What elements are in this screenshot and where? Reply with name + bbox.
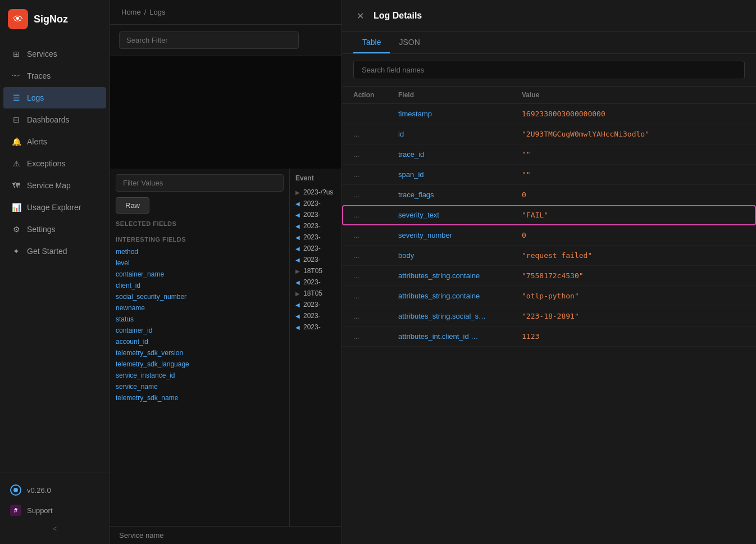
event-arrow-icon: ◀ bbox=[295, 313, 300, 319]
event-text: 2023- bbox=[303, 222, 321, 230]
tab-table[interactable]: Table bbox=[353, 32, 390, 53]
field-cell: trace_id bbox=[398, 150, 522, 158]
table-row[interactable]: ... attributes_int.client_id … 1123 bbox=[342, 327, 756, 347]
version-item[interactable]: v0.26.0 bbox=[4, 480, 105, 500]
field-cell: attributes_string.containe bbox=[398, 271, 522, 280]
logo-area[interactable]: 👁 SigNoz bbox=[0, 0, 110, 38]
field-container-id[interactable]: container_id bbox=[116, 325, 284, 336]
field-account-id[interactable]: account_id bbox=[116, 336, 284, 347]
field-telemetry-sdk-version[interactable]: telemetry_sdk_version bbox=[116, 347, 284, 359]
sidebar-item-usage-explorer[interactable]: 📊 Usage Explorer bbox=[3, 197, 106, 218]
sidebar-nav: ⊞ Services 〰 Traces ☰ Logs ⊟ Dashboards … bbox=[0, 38, 110, 473]
sidebar-item-traces[interactable]: 〰 Traces bbox=[3, 65, 106, 87]
field-search-input[interactable] bbox=[353, 61, 745, 79]
table-row[interactable]: ... id "2U93TMGCugW0mwlYAHccNi3odlo" bbox=[342, 124, 756, 144]
event-text: 2023-/?us bbox=[303, 188, 333, 196]
table-row[interactable]: ... span_id "" bbox=[342, 165, 756, 185]
grid-icon: ⊞ bbox=[11, 49, 21, 59]
field-cell: attributes_int.client_id … bbox=[398, 332, 522, 341]
event-text: 2023- bbox=[303, 256, 321, 264]
sidebar-item-service-map[interactable]: 🗺 Service Map bbox=[3, 175, 106, 196]
field-service-name[interactable]: service_name bbox=[116, 381, 284, 392]
panel-header: ✕ Log Details bbox=[342, 0, 756, 32]
value-cell: "7558172c4530" bbox=[522, 271, 745, 280]
table-row[interactable]: ... attributes_string.containe "otlp-pyt… bbox=[342, 286, 756, 306]
sidebar-item-label: Traces bbox=[27, 71, 51, 80]
search-filter-input[interactable] bbox=[119, 31, 299, 49]
event-text: 2023- bbox=[303, 278, 321, 286]
field-level[interactable]: level bbox=[116, 257, 284, 269]
field-telemetry-sdk-language[interactable]: telemetry_sdk_language bbox=[116, 359, 284, 370]
table-row[interactable]: ... attributes_string.containe "7558172c… bbox=[342, 266, 756, 286]
sidebar-item-label: Dashboards bbox=[27, 115, 70, 124]
tab-json[interactable]: JSON bbox=[390, 32, 429, 53]
close-button[interactable]: ✕ bbox=[353, 9, 367, 22]
breadcrumb-home[interactable]: Home bbox=[121, 8, 141, 16]
value-cell: "" bbox=[522, 150, 745, 158]
support-item[interactable]: # Support bbox=[4, 500, 105, 520]
table-row[interactable]: ... trace_flags 0 bbox=[342, 185, 756, 205]
table-row-highlighted[interactable]: ... severity_text "FAIL" bbox=[342, 205, 756, 225]
table-row[interactable]: ... trace_id "" bbox=[342, 144, 756, 165]
field-container-name[interactable]: container_name bbox=[116, 269, 284, 280]
col-action: Action bbox=[353, 91, 398, 99]
value-cell: "2U93TMGCugW0mwlYAHccNi3odlo" bbox=[522, 130, 745, 138]
settings-icon: ⚙ bbox=[11, 224, 21, 234]
event-arrow-icon: ◀ bbox=[295, 246, 300, 252]
field-status[interactable]: status bbox=[116, 314, 284, 325]
table-row[interactable]: ... severity_number 0 bbox=[342, 225, 756, 246]
alert-circle-icon: ⚠ bbox=[11, 158, 21, 169]
sidebar-item-alerts[interactable]: 🔔 Alerts bbox=[3, 131, 106, 152]
field-newname[interactable]: newname bbox=[116, 302, 284, 314]
action-cell: ... bbox=[353, 130, 398, 138]
field-client-id[interactable]: client_id bbox=[116, 280, 284, 291]
sidebar-item-dashboards[interactable]: ⊟ Dashboards bbox=[3, 109, 106, 130]
event-text: 18T05 bbox=[303, 289, 322, 297]
event-arrow-icon: ◀ bbox=[295, 212, 300, 218]
field-service-instance-id[interactable]: service_instance_id bbox=[116, 370, 284, 381]
interesting-fields-label: INTERESTING FIELDS bbox=[116, 236, 284, 243]
field-list: method level container_name client_id so… bbox=[116, 246, 284, 404]
field-cell: span_id bbox=[398, 170, 522, 179]
table-row[interactable]: ... attributes_string.social_s… "223-18-… bbox=[342, 306, 756, 327]
logo-text: SigNoz bbox=[34, 13, 68, 25]
table-row[interactable]: ... body "request failed" bbox=[342, 246, 756, 266]
col-field: Field bbox=[398, 91, 522, 99]
filter-values-input[interactable] bbox=[116, 174, 284, 192]
field-cell: attributes_string.social_s… bbox=[398, 312, 522, 320]
action-cell: ... bbox=[353, 271, 398, 280]
event-arrow-icon: ◀ bbox=[295, 279, 300, 285]
col-value: Value bbox=[522, 91, 745, 99]
layout-icon: ⊟ bbox=[11, 115, 21, 125]
sidebar-item-settings[interactable]: ⚙ Settings bbox=[3, 219, 106, 240]
value-cell: "223-18-2891" bbox=[522, 312, 745, 320]
field-telemetry-sdk-name[interactable]: telemetry_sdk_name bbox=[116, 392, 284, 404]
list-icon: ☰ bbox=[11, 93, 21, 103]
event-arrow-icon: ◀ bbox=[295, 223, 300, 229]
left-panel: Raw SELECTED FIELDS INTERESTING FIELDS m… bbox=[110, 169, 290, 526]
event-text: 2023- bbox=[303, 312, 321, 320]
panel-title: Log Details bbox=[374, 11, 422, 21]
sidebar-item-exceptions[interactable]: ⚠ Exceptions bbox=[3, 153, 106, 174]
table-row[interactable]: timestamp 1692338003000000000 bbox=[342, 104, 756, 124]
sidebar-item-get-started[interactable]: ✦ Get Started bbox=[3, 241, 106, 262]
event-text: 2023- bbox=[303, 200, 321, 207]
breadcrumb-separator: / bbox=[144, 8, 147, 16]
field-cell: timestamp bbox=[398, 110, 522, 118]
action-cell: ... bbox=[353, 150, 398, 158]
event-text: 2023- bbox=[303, 244, 321, 252]
field-method[interactable]: method bbox=[116, 246, 284, 257]
value-cell: 1123 bbox=[522, 332, 745, 341]
collapse-button[interactable]: < bbox=[4, 520, 105, 537]
sidebar-item-logs[interactable]: ☰ Logs bbox=[3, 87, 106, 108]
value-cell: 0 bbox=[522, 191, 745, 199]
event-arrow-icon: ▶ bbox=[295, 291, 300, 297]
field-social-security-number[interactable]: social_security_number bbox=[116, 291, 284, 302]
service-name-label: Service name bbox=[119, 531, 163, 540]
sidebar-item-label: Exceptions bbox=[27, 159, 65, 168]
raw-button[interactable]: Raw bbox=[116, 197, 149, 214]
value-cell: "otlp-python" bbox=[522, 292, 745, 300]
sidebar-item-services[interactable]: ⊞ Services bbox=[3, 43, 106, 65]
field-cell: id bbox=[398, 130, 522, 138]
version-icon bbox=[10, 484, 21, 496]
